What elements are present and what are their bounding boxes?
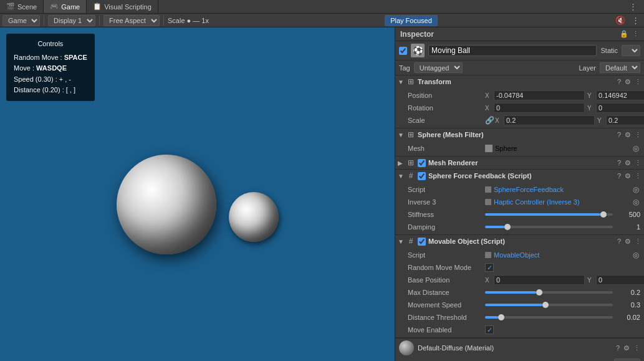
tab-scene-label: Scene (17, 3, 37, 11)
transform-more-icon[interactable]: ⋮ (635, 78, 642, 86)
rotation-xyz: X Y Z (485, 103, 644, 113)
layer-select[interactable]: Default (600, 62, 640, 73)
more-menu-button[interactable]: ⋮ (627, 2, 639, 11)
static-select[interactable] (622, 45, 640, 56)
sphere-force-script-select[interactable]: ◎ (632, 185, 640, 194)
movable-object-header[interactable]: ▼ # Movable Object (Script) ? ⚙ ⋮ (395, 235, 644, 248)
base-x-input[interactable] (494, 275, 585, 285)
damping-thumb[interactable] (504, 224, 511, 230)
mesh-sphere-icon (485, 145, 493, 152)
movable-object-component: ▼ # Movable Object (Script) ? ⚙ ⋮ Script… (395, 235, 644, 338)
game-select[interactable]: Game (2, 15, 40, 26)
movable-script-name: MovableObject (494, 251, 539, 259)
mesh-renderer-help-icon[interactable]: ? (617, 159, 621, 167)
dist-threshold-track[interactable] (485, 316, 613, 319)
rot-x-input[interactable] (494, 103, 585, 113)
tab-game[interactable]: 🎮 Game (44, 0, 87, 13)
display-select[interactable]: Display 1 (48, 15, 95, 26)
max-dist-track[interactable] (485, 291, 613, 294)
mesh-select-button[interactable]: ◎ (632, 144, 640, 153)
material-more-icon[interactable]: ⋮ (633, 344, 640, 352)
pos-x-input[interactable] (494, 90, 585, 100)
tab-game-label: Game (61, 3, 80, 11)
movable-object-settings-icon[interactable]: ⚙ (625, 238, 631, 246)
dist-threshold-label: Distance Threshold (408, 314, 483, 321)
transform-header[interactable]: ▼ ⊞ Transform ? ⚙ ⋮ (395, 75, 644, 88)
mesh-renderer-more-icon[interactable]: ⋮ (635, 159, 642, 167)
movable-object-name: Movable Object (Script) (428, 238, 615, 245)
sphere-force-script-name: SphereForceFeedback (494, 186, 564, 193)
sphere-force-more-icon[interactable]: ⋮ (635, 172, 642, 180)
inverse3-select[interactable]: ◎ (632, 198, 640, 206)
play-focused-button[interactable]: Play Focused (385, 15, 438, 26)
sphere-force-header[interactable]: ▼ # Sphere Force Feedback (Script) ? ⚙ ⋮ (395, 170, 644, 182)
sphere-force-enabled[interactable] (418, 172, 426, 180)
transform-help-icon[interactable]: ? (617, 78, 621, 86)
dist-threshold-fill (485, 316, 498, 319)
base-x-label: X (485, 277, 491, 284)
visual-scripting-icon: 📋 (93, 2, 102, 11)
base-y-input[interactable] (596, 275, 644, 285)
toolbar-separator-2 (99, 16, 100, 26)
material-help-icon[interactable]: ? (616, 344, 620, 352)
edit-shader-button[interactable]: Edit... (614, 359, 640, 361)
move-enabled-checkbox[interactable]: ✓ (485, 325, 494, 334)
object-name-input[interactable] (428, 45, 597, 56)
max-dist-thumb[interactable] (536, 289, 542, 296)
mesh-filter-help-icon[interactable]: ? (617, 131, 621, 139)
transform-name: Transform (418, 78, 615, 85)
stiffness-value: 500 (615, 211, 640, 218)
pos-y-input[interactable] (596, 90, 644, 100)
tab-visual-scripting[interactable]: 📋 Visual Scripting (87, 0, 158, 13)
movable-script-select[interactable]: ◎ (632, 251, 640, 259)
more-options-button[interactable]: ⋮ (630, 16, 642, 25)
lock-icon[interactable]: 🔒 (620, 30, 628, 38)
movable-script-value: MovableObject (485, 251, 629, 259)
position-xyz: X Y Z (485, 90, 644, 100)
mesh-filter-more-icon[interactable]: ⋮ (635, 131, 642, 139)
move-speed-track[interactable] (485, 304, 613, 306)
mesh-filter-actions: ? ⚙ ⋮ (617, 131, 642, 139)
mesh-renderer-settings-icon[interactable]: ⚙ (625, 159, 631, 167)
movable-object-help-icon[interactable]: ? (617, 238, 621, 246)
inspector-panel: Inspector 🔒 ⋮ ⚽ Static Tag Untagged Laye… (395, 27, 644, 361)
stiffness-track[interactable] (485, 213, 613, 216)
object-active-checkbox[interactable] (399, 47, 407, 55)
rot-y-input[interactable] (596, 103, 644, 113)
damping-track[interactable] (485, 226, 613, 228)
sphere-large (117, 155, 216, 254)
main-content: Controls Random Move : SPACE Move : WASD… (0, 27, 644, 361)
haptic-icon (485, 199, 491, 205)
material-settings-icon[interactable]: ⚙ (623, 344, 630, 352)
sphere-force-help-icon[interactable]: ? (617, 172, 621, 180)
mesh-filter-settings-icon[interactable]: ⚙ (625, 131, 631, 139)
inspector-menu-icon[interactable]: ⋮ (632, 30, 639, 38)
tag-label: Tag (399, 64, 410, 72)
movable-object-more-icon[interactable]: ⋮ (635, 238, 642, 246)
sphere-force-script-row: Script SphereForceFeedback ◎ (395, 183, 644, 196)
move-speed-thumb[interactable] (542, 302, 549, 308)
random-move-checkbox[interactable]: ✓ (485, 263, 494, 272)
mesh-renderer-enabled[interactable] (418, 159, 426, 167)
movable-script-row: Script MovableObject ◎ (395, 249, 644, 261)
aspect-select[interactable]: Free Aspect (103, 15, 160, 26)
mute-button[interactable]: 🔇 (613, 16, 627, 25)
tag-select[interactable]: Untagged (414, 62, 463, 73)
game-viewport[interactable]: Controls Random Move : SPACE Move : WASD… (0, 27, 395, 361)
dist-threshold-thumb[interactable] (498, 314, 504, 320)
sphere-force-settings-icon[interactable]: ⚙ (625, 172, 631, 180)
controls-overlay: Controls Random Move : SPACE Move : WASD… (6, 34, 95, 101)
tab-scene[interactable]: 🎬 Scene (0, 0, 44, 13)
base-y-label: Y (587, 277, 594, 284)
movable-object-actions: ? ⚙ ⋮ (617, 238, 642, 246)
mesh-renderer-arrow: ▶ (398, 160, 404, 166)
scale-y-input[interactable] (606, 115, 644, 125)
scale-x-input[interactable] (504, 115, 595, 125)
mesh-filter-header[interactable]: ▼ ⊞ Sphere (Mesh Filter) ? ⚙ ⋮ (395, 128, 644, 141)
movable-object-enabled[interactable] (418, 238, 426, 246)
move-speed-row: Movement Speed 0.3 (395, 299, 644, 311)
transform-settings-icon[interactable]: ⚙ (625, 78, 631, 86)
mesh-renderer-header[interactable]: ▶ ⊞ Mesh Renderer ? ⚙ ⋮ (395, 156, 644, 169)
stiffness-thumb[interactable] (600, 211, 607, 218)
mesh-row: Mesh Sphere ◎ (395, 142, 644, 155)
